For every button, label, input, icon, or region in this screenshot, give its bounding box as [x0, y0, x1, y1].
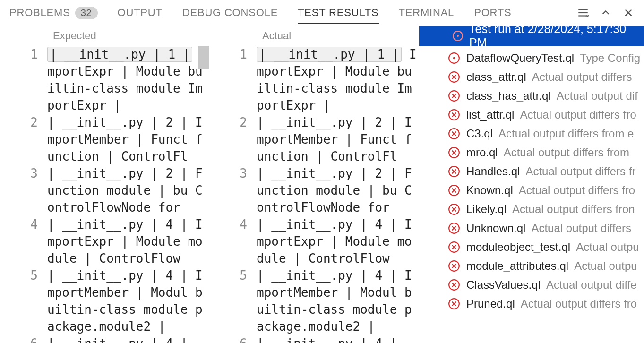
- scrollbar-thumb[interactable]: [198, 46, 209, 69]
- code-line: 1| __init__.py | 1 | ImportExpr | Module…: [209, 46, 419, 114]
- line-number: 4: [209, 216, 257, 267]
- test-result-item[interactable]: Likely.qlActual output differs fron: [419, 200, 644, 219]
- code-line: 4| __init__.py | 4 | ImportExpr | Module…: [0, 216, 209, 267]
- tab-terminal-label: TERMINAL: [399, 7, 455, 19]
- code-line: 5| __init__.py | 4 | ImportMember | Modu…: [209, 267, 419, 335]
- test-result-item[interactable]: class_attr.qlActual output differs: [419, 68, 644, 86]
- test-result-name: mro.ql: [466, 146, 498, 159]
- test-result-item[interactable]: list_attr.qlActual output differs fro: [419, 105, 644, 124]
- expected-code: 1| __init__.py | 1 | ImportExpr | Module…: [0, 46, 209, 343]
- test-result-name: ClassValues.ql: [466, 278, 541, 292]
- error-circle-icon: [447, 165, 461, 178]
- tab-problems-label: PROBLEMS: [9, 7, 70, 19]
- test-result-item[interactable]: C3.qlActual output differs from e: [419, 124, 644, 143]
- test-run-title: Test run at 2/28/2024, 5:17:30 PM: [452, 26, 644, 50]
- test-result-detail: Actual output diffe: [546, 278, 637, 292]
- code-line: 2| __init__.py | 2 | ImportMember | Func…: [209, 114, 419, 165]
- line-text: | __init__.py | 1 | ImportExpr | Module …: [257, 46, 419, 114]
- svg-point-9: [457, 35, 459, 37]
- test-result-item[interactable]: Handles.qlActual output differs fr: [419, 162, 644, 181]
- test-result-detail: Actual output differs from: [504, 146, 629, 159]
- error-circle-icon: [447, 259, 461, 273]
- test-result-name: C3.ql: [466, 127, 493, 140]
- line-number: 3: [209, 165, 257, 216]
- chevron-up-icon[interactable]: [600, 7, 612, 19]
- tab-ports-label: PORTS: [474, 7, 511, 19]
- svg-point-11: [453, 57, 455, 59]
- line-text: | __init__.py | 1 | ImportExpr | Module …: [47, 46, 209, 114]
- line-text: | __init__.py | 4 | ImportExpr | Module …: [47, 216, 209, 267]
- test-result-name: Unknown.ql: [466, 222, 525, 235]
- test-result-item[interactable]: class_has_attr.qlActual output dif: [419, 86, 644, 105]
- test-result-name: DataflowQueryTest.ql: [466, 51, 574, 65]
- tab-ports[interactable]: PORTS: [474, 0, 511, 26]
- test-result-item[interactable]: ClassValues.qlActual output diffe: [419, 275, 644, 294]
- test-result-detail: Actual outpu: [574, 259, 637, 273]
- results-panel: Test run at 2/28/2024, 5:17:30 PM Datafl…: [419, 26, 644, 343]
- test-result-detail: Actual output differs fro: [520, 108, 636, 121]
- test-result-detail: Type Config: [580, 51, 640, 65]
- test-result-item[interactable]: Known.qlActual output differs fro: [419, 181, 644, 200]
- line-number: 6: [0, 335, 47, 343]
- code-line: 3| __init__.py | 2 | Function module | b…: [209, 165, 419, 216]
- test-result-detail: Actual output differs from e: [498, 127, 634, 140]
- code-line: 2| __init__.py | 2 | ImportMember | Func…: [0, 114, 209, 165]
- test-result-name: Likely.ql: [466, 203, 507, 216]
- line-number: 1: [0, 46, 47, 114]
- test-result-item[interactable]: moduleobject_test.qlActual outpu: [419, 238, 644, 257]
- test-result-name: Known.ql: [466, 184, 513, 197]
- line-text: | __init__.py | 4 |: [47, 335, 209, 343]
- line-text: | __init__.py | 4 | ImportExpr | Module …: [257, 216, 419, 267]
- actual-code: 1| __init__.py | 1 | ImportExpr | Module…: [209, 46, 419, 343]
- panel-tabs: PROBLEMS 32 OUTPUT DEBUG CONSOLE TEST RE…: [0, 0, 644, 26]
- line-text: | __init__.py | 2 | Function module | bu…: [257, 165, 419, 216]
- error-circle-icon: [447, 240, 461, 254]
- line-number: 5: [209, 267, 257, 335]
- error-circle-icon: [447, 70, 461, 84]
- test-result-detail: Actual output differs: [531, 222, 631, 235]
- line-number: 5: [0, 267, 47, 335]
- filter-icon[interactable]: ×: [577, 7, 589, 19]
- tab-problems[interactable]: PROBLEMS 32: [9, 0, 98, 26]
- test-result-name: Pruned.ql: [466, 297, 515, 310]
- close-icon[interactable]: [622, 7, 635, 19]
- test-result-name: list_attr.ql: [466, 108, 514, 121]
- line-number: 4: [0, 216, 47, 267]
- line-number: 1: [209, 46, 257, 114]
- tab-output[interactable]: OUTPUT: [118, 0, 163, 26]
- test-result-item[interactable]: module_attributes.qlActual outpu: [419, 257, 644, 275]
- actual-header: Actual: [209, 26, 419, 46]
- test-run-header[interactable]: Test run at 2/28/2024, 5:17:30 PM: [419, 26, 644, 46]
- test-result-detail: Actual output differs fro: [519, 184, 635, 197]
- error-circle-icon: [447, 89, 461, 103]
- test-result-detail: Actual output differs: [532, 70, 632, 84]
- code-line: 1| __init__.py | 1 | ImportExpr | Module…: [0, 46, 209, 114]
- code-line: 4| __init__.py | 4 | ImportExpr | Module…: [209, 216, 419, 267]
- tab-terminal[interactable]: TERMINAL: [399, 0, 455, 26]
- tab-debug-console[interactable]: DEBUG CONSOLE: [182, 0, 278, 26]
- panel-actions: ×: [577, 7, 635, 19]
- line-text: | __init__.py | 2 | Function module | bu…: [47, 165, 209, 216]
- line-number: 2: [0, 114, 47, 165]
- test-result-item[interactable]: DataflowQueryTest.qlType Config: [419, 49, 644, 68]
- tab-output-label: OUTPUT: [118, 7, 163, 19]
- line-text: | __init__.py | 2 | ImportMember | Funct…: [257, 114, 419, 165]
- test-result-item[interactable]: mro.qlActual output differs from: [419, 143, 644, 162]
- expected-panel: Expected 1| __init__.py | 1 | ImportExpr…: [0, 26, 209, 343]
- error-circle-icon: [447, 278, 461, 292]
- code-line: 5| __init__.py | 4 | ImportMember | Modu…: [0, 267, 209, 335]
- expected-header: Expected: [0, 26, 209, 46]
- test-result-item[interactable]: Pruned.qlActual output differs fro: [419, 294, 644, 313]
- test-result-item[interactable]: Unknown.qlActual output differs: [419, 219, 644, 238]
- error-circle-icon: [447, 203, 461, 216]
- expected-body[interactable]: 1| __init__.py | 1 | ImportExpr | Module…: [0, 46, 209, 343]
- code-line: 6| __init__.py | 4 |: [0, 335, 209, 343]
- error-circle-icon: [447, 222, 461, 235]
- code-line: 3| __init__.py | 2 | Function module | b…: [0, 165, 209, 216]
- tab-test-results[interactable]: TEST RESULTS: [298, 0, 378, 26]
- test-result-detail: Actual output differs fr: [525, 165, 635, 178]
- code-line: 6| __init__.py | 4 |: [209, 335, 419, 343]
- warning-circle-icon: [447, 51, 461, 65]
- actual-panel: Actual 1| __init__.py | 1 | ImportExpr |…: [209, 26, 419, 343]
- actual-body[interactable]: 1| __init__.py | 1 | ImportExpr | Module…: [209, 46, 419, 343]
